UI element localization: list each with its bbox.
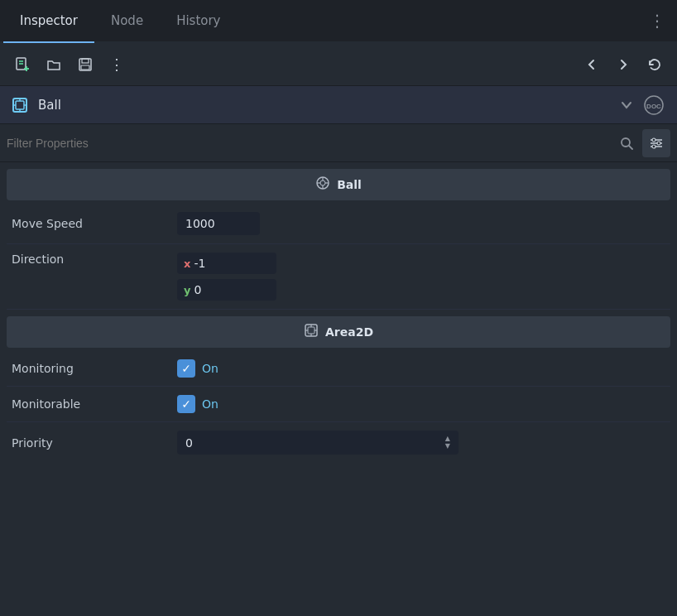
inspector-panel: Inspector Node History ⋮ — [0, 0, 677, 616]
history-button[interactable] — [641, 51, 669, 79]
more-button[interactable]: ⋮ — [103, 51, 131, 79]
save-button[interactable] — [71, 51, 99, 79]
tab-menu-button[interactable]: ⋮ — [641, 0, 674, 41]
priority-row: Priority 0 ▲ ▼ — [7, 422, 670, 463]
monitorable-row: Monitorable ✓ On — [7, 387, 670, 422]
filter-bar — [0, 124, 677, 162]
chevron-right-icon — [616, 57, 631, 72]
monitorable-checkbox-group: ✓ On — [177, 395, 218, 413]
monitoring-checkbox-group: ✓ On — [177, 359, 218, 378]
node-selector: Ball DOC — [0, 86, 677, 124]
priority-value: 0 — [185, 436, 193, 450]
filter-settings-button[interactable] — [642, 129, 670, 157]
tab-inspector-label: Inspector — [20, 13, 78, 28]
svg-rect-7 — [81, 65, 89, 70]
properties-panel: Ball Move Speed 1000 Direction x -1 y 0 — [0, 162, 677, 616]
open-button[interactable] — [40, 51, 68, 79]
monitorable-on-label: On — [202, 397, 218, 411]
filter-search-button[interactable] — [614, 131, 639, 156]
direction-row: Direction x -1 y 0 — [7, 244, 670, 310]
direction-x-field[interactable]: x -1 — [177, 253, 276, 274]
monitoring-label: Monitoring — [12, 362, 177, 375]
move-speed-value-container: 1000 — [177, 212, 665, 235]
ball-section-header[interactable]: Ball — [7, 169, 670, 200]
svg-point-21 — [652, 138, 655, 142]
tab-menu-icon: ⋮ — [649, 11, 665, 31]
monitorable-checkbox[interactable]: ✓ — [177, 395, 195, 413]
toolbar: ⋮ — [0, 43, 677, 86]
priority-increment-icon[interactable]: ▲ — [445, 436, 450, 442]
tab-history-label: History — [176, 13, 220, 28]
direction-y-field[interactable]: y 0 — [177, 279, 276, 301]
filter-input[interactable] — [7, 137, 614, 150]
move-speed-row: Move Speed 1000 — [7, 204, 670, 244]
priority-decrement-icon[interactable]: ▼ — [445, 443, 450, 450]
priority-label: Priority — [12, 436, 177, 450]
new-scene-icon — [14, 56, 31, 73]
monitoring-row: Monitoring ✓ On — [7, 351, 670, 387]
tab-bar: Inspector Node History ⋮ — [0, 0, 677, 43]
new-scene-button[interactable] — [8, 51, 36, 79]
open-icon — [46, 56, 62, 73]
monitorable-label: Monitorable — [12, 397, 177, 411]
tab-node-label: Node — [111, 13, 143, 28]
svg-point-25 — [320, 180, 325, 185]
svg-text:DOC: DOC — [646, 103, 661, 110]
node-name: Ball — [38, 98, 614, 113]
area2d-section-header[interactable]: Area2D — [7, 316, 670, 348]
svg-line-17 — [629, 146, 632, 149]
priority-stepper[interactable]: 0 ▲ ▼ — [177, 431, 459, 455]
svg-rect-9 — [16, 101, 24, 109]
monitoring-value-container: ✓ On — [177, 359, 665, 378]
svg-point-22 — [657, 142, 660, 145]
direction-x-label: x — [184, 257, 190, 270]
tab-history[interactable]: History — [160, 0, 237, 43]
nav-back-button[interactable] — [578, 51, 606, 79]
move-speed-value[interactable]: 1000 — [177, 212, 260, 235]
monitoring-on-label: On — [202, 362, 218, 375]
svg-point-23 — [652, 145, 655, 148]
priority-stepper-arrows[interactable]: ▲ ▼ — [445, 436, 450, 450]
direction-x-value: -1 — [194, 257, 205, 270]
direction-label: Direction — [12, 253, 177, 266]
node-type-icon — [8, 94, 31, 117]
chevron-left-icon — [584, 57, 599, 72]
direction-y-label: y — [184, 284, 190, 296]
history-icon — [646, 56, 663, 73]
direction-y-value: 0 — [194, 283, 201, 296]
area2d-section-icon — [304, 323, 319, 341]
tab-node[interactable]: Node — [94, 0, 160, 43]
node-dropdown-button[interactable] — [614, 93, 639, 118]
move-speed-label: Move Speed — [12, 217, 177, 230]
doc-button[interactable]: DOC — [639, 90, 669, 120]
search-icon — [619, 136, 634, 151]
nav-forward-button[interactable] — [609, 51, 637, 79]
area2d-section: Area2D Monitoring ✓ On Monitorable ✓ — [7, 316, 670, 463]
area2d-section-title: Area2D — [325, 325, 373, 339]
direction-fields: x -1 y 0 — [177, 253, 276, 301]
priority-value-container: 0 ▲ ▼ — [177, 431, 665, 455]
tab-inspector[interactable]: Inspector — [3, 0, 94, 43]
svg-rect-31 — [308, 327, 314, 334]
filter-settings-icon — [649, 136, 664, 151]
ball-section-title: Ball — [337, 178, 362, 191]
more-icon: ⋮ — [109, 55, 125, 74]
ball-section-icon — [315, 176, 330, 194]
monitoring-checkbox[interactable]: ✓ — [177, 359, 195, 378]
save-icon — [77, 56, 94, 73]
monitorable-value-container: ✓ On — [177, 395, 665, 413]
